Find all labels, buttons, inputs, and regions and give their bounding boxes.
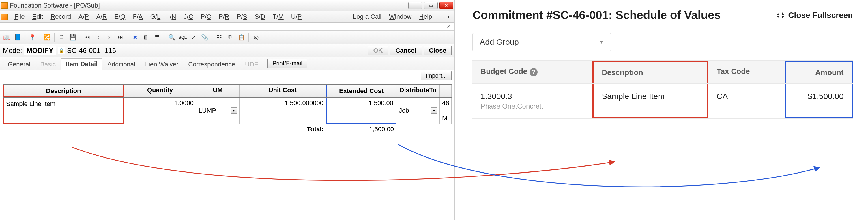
menu-help[interactable]: Help <box>417 12 434 21</box>
window-close-button[interactable]: ✕ <box>439 2 453 9</box>
cell-dt-value: Job <box>399 107 409 114</box>
header-tax-code: Tax Code <box>708 61 785 84</box>
menu-ar[interactable]: A/R <box>95 12 109 21</box>
close-fullscreen-button[interactable]: Close Fullscreen <box>777 11 853 20</box>
lock-icon[interactable]: 🔒 <box>58 47 65 54</box>
menu-pr[interactable]: P/R <box>217 12 231 21</box>
copy-icon[interactable]: ⧉ <box>225 32 235 42</box>
tab-basic: Basic <box>35 59 61 70</box>
prev-record-icon[interactable]: ‹ <box>93 32 103 42</box>
col-unit-cost[interactable]: Unit Cost <box>240 85 326 97</box>
menu-log-a-call[interactable]: Log a Call <box>351 12 383 21</box>
tree-icon[interactable]: 🔀 <box>42 32 52 42</box>
col-extended-cost[interactable]: Extended Cost <box>326 85 397 97</box>
page-title: Commitment #SC-46-001: Schedule of Value… <box>472 9 720 22</box>
book-open-icon[interactable]: 📖 <box>2 32 11 42</box>
window-title: Foundation Software - [PO/Sub] <box>10 2 100 9</box>
col-description[interactable]: Description <box>3 85 124 97</box>
tab-general[interactable]: General <box>3 59 35 70</box>
book-icon[interactable]: 📘 <box>13 32 23 42</box>
search-icon[interactable]: 🔍 <box>167 32 177 42</box>
first-record-icon[interactable]: ⏮ <box>83 32 92 42</box>
menu-jc[interactable]: J/C <box>182 12 195 21</box>
cell-amount[interactable]: $1,500.00 <box>785 84 853 118</box>
menu-pc[interactable]: P/C <box>199 12 213 21</box>
list-icon[interactable]: ≣ <box>152 32 162 42</box>
menu-ps[interactable]: P/S <box>235 12 249 21</box>
cell-distribute-val[interactable]: 46 - M <box>440 98 452 124</box>
cell-extended-cost[interactable]: 1,500.00 <box>326 98 397 124</box>
menu-edit[interactable]: Edit <box>30 12 45 21</box>
cell-unit-cost[interactable]: 1,500.000000 <box>240 98 326 124</box>
cell-quantity[interactable]: 1.0000 <box>124 98 196 124</box>
menu-gl[interactable]: G/L <box>149 12 162 21</box>
sql-icon[interactable]: SQL <box>178 32 188 42</box>
save-icon[interactable]: 💾 <box>68 32 78 42</box>
menu-record[interactable]: Record <box>49 12 73 21</box>
delete-x-icon[interactable]: ✖ <box>130 32 140 42</box>
close-button[interactable]: Close <box>424 45 452 56</box>
menu-up[interactable]: U/P <box>289 12 304 21</box>
help-ring-icon[interactable]: ◎ <box>251 32 261 42</box>
new-icon[interactable]: 🗋 <box>57 32 67 42</box>
pin-icon[interactable]: 📍 <box>27 32 37 42</box>
cell-right-description[interactable]: Sample Line Item <box>592 84 708 118</box>
dropdown-icon[interactable]: ▾ <box>431 107 437 114</box>
menu-ap[interactable]: A/P <box>77 12 90 21</box>
doc-seq: 116 <box>104 46 116 55</box>
tab-correspondence[interactable]: Correspondence <box>183 59 240 70</box>
add-group-label: Add Group <box>479 37 519 47</box>
chevron-down-icon: ▼ <box>599 39 604 45</box>
paste-icon[interactable]: 📋 <box>236 32 246 42</box>
tab-lien-waiver[interactable]: Lien Waiver <box>140 59 183 70</box>
menu-tm[interactable]: T/M <box>271 12 285 21</box>
total-value: 1,500.00 <box>326 124 397 135</box>
total-label: Total: <box>3 124 326 135</box>
last-record-icon[interactable]: ⏭ <box>116 32 125 42</box>
budget-code-value: 1.3000.3 <box>480 92 584 101</box>
menu-in[interactable]: I/N <box>166 12 178 21</box>
add-group-select[interactable]: Add Group ▼ <box>472 33 611 51</box>
trash-icon[interactable]: 🗑 <box>141 32 151 42</box>
cell-tax-code[interactable]: CA <box>708 84 785 118</box>
tab-additional[interactable]: Additional <box>102 59 140 70</box>
menu-bar: File Edit Record A/P A/R E/Q F/A G/L I/N… <box>0 11 455 23</box>
dropdown-icon[interactable]: ▾ <box>230 107 237 114</box>
cell-budget-code[interactable]: 1.3000.3 Phase One.Concret… <box>472 84 592 118</box>
menu-minimize-icon[interactable]: _ <box>438 14 443 20</box>
app-logo-icon <box>1 13 7 20</box>
collapse-icon <box>777 11 785 19</box>
columns-icon[interactable]: ☷ <box>214 32 224 42</box>
minimize-button[interactable]: — <box>408 2 422 9</box>
help-icon[interactable]: ? <box>529 68 537 76</box>
mode-value: MODIFY <box>24 45 56 56</box>
menu-window[interactable]: Window <box>387 12 413 21</box>
menu-eq[interactable]: E/Q <box>113 12 127 21</box>
cell-description[interactable]: Sample Line Item <box>3 98 124 124</box>
tab-item-detail[interactable]: Item Detail <box>61 58 102 70</box>
next-record-icon[interactable]: › <box>104 32 114 42</box>
budget-code-sub: Phase One.Concret… <box>480 102 584 110</box>
mdi-close-button[interactable]: ✕ <box>445 23 453 30</box>
menu-fa[interactable]: F/A <box>131 12 144 21</box>
import-button[interactable]: Import... <box>421 71 452 80</box>
col-um[interactable]: UM <box>196 85 240 97</box>
attachment-icon[interactable]: 📎 <box>200 32 210 42</box>
menu-file[interactable]: File <box>13 12 26 21</box>
header-description: Description <box>592 61 708 84</box>
col-distribute-to[interactable]: DistributeTo <box>397 85 440 97</box>
menu-restore-icon[interactable]: 🗗 <box>447 14 453 20</box>
cancel-button[interactable]: Cancel <box>390 45 422 56</box>
col-distribute-val[interactable] <box>440 85 452 97</box>
window-titlebar: Foundation Software - [PO/Sub] — ▭ ✕ <box>0 0 455 11</box>
cell-um[interactable]: LUMP▾ <box>196 98 240 124</box>
close-fullscreen-label: Close Fullscreen <box>788 11 853 20</box>
ok-button[interactable]: OK <box>368 45 388 56</box>
print-email-button[interactable]: Print/E-mail <box>268 59 307 68</box>
maximize-button[interactable]: ▭ <box>424 2 438 9</box>
cell-distribute-to[interactable]: Job▾ <box>397 98 440 124</box>
menu-sd[interactable]: S/D <box>253 12 267 21</box>
expand-icon[interactable]: ⤢ <box>189 32 198 42</box>
header-amount: Amount <box>785 61 853 84</box>
col-quantity[interactable]: Quantity <box>124 85 196 97</box>
